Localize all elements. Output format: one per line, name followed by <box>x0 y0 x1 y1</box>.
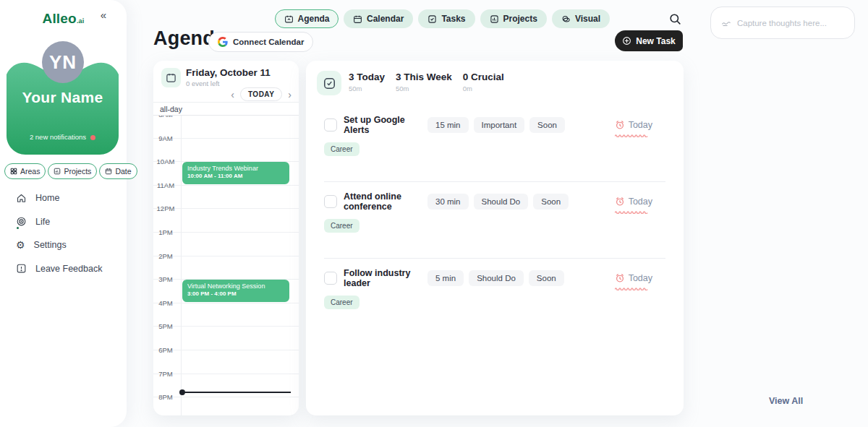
sidebar-item-life-label: Life <box>35 217 50 227</box>
time-label: 1PM <box>153 228 178 236</box>
date-calendar-icon <box>105 168 112 175</box>
scribble-pen-icon <box>721 17 731 29</box>
projects-icon <box>490 14 499 24</box>
sidebar-item-life[interactable]: Life <box>16 210 121 234</box>
stat-week-duration: 50m <box>396 85 452 92</box>
alarm-clock-icon <box>615 197 625 207</box>
task-due[interactable]: Today <box>615 273 652 283</box>
sidebar-item-settings[interactable]: ⚙ Settings <box>16 233 121 257</box>
task-tag[interactable]: Career <box>324 296 359 309</box>
sidebar-nav: Home Life ⚙ Settings Leave Feedback <box>16 186 121 280</box>
search-button[interactable] <box>668 12 682 26</box>
task-checkbox[interactable] <box>324 272 337 285</box>
time-label: 10AM <box>153 158 178 165</box>
time-label: 9AM <box>153 134 178 142</box>
time-label: 11AM <box>153 181 178 189</box>
user-name: Your Name <box>7 89 119 106</box>
current-time-dot <box>179 389 185 395</box>
task-checkbox[interactable] <box>324 118 337 131</box>
tab-visual-label: Visual <box>575 14 600 24</box>
search-icon <box>668 12 682 26</box>
stat-today-label: 3 Today <box>349 72 385 82</box>
task-tag[interactable]: Career <box>324 219 359 233</box>
task-urgency-badge[interactable]: Soon <box>529 270 564 286</box>
task-title[interactable]: Follow industry leader <box>344 268 427 288</box>
task-due[interactable]: Today <box>615 120 652 130</box>
stat-crucial-duration: 0m <box>463 85 504 92</box>
task-priority-badge[interactable]: Important <box>474 117 525 133</box>
tasks-icon <box>427 14 437 24</box>
filter-projects-label: Projects <box>64 167 91 176</box>
task-title[interactable]: Set up Google Alerts <box>344 115 427 135</box>
task-duration-badge[interactable]: 15 min <box>427 117 469 133</box>
connect-calendar-button[interactable]: Connect Calendar <box>208 32 313 52</box>
task-priority-badge[interactable]: Should Do <box>474 194 529 210</box>
stat-crucial-label: 0 Crucial <box>463 72 504 82</box>
life-indicator-dot <box>17 227 19 229</box>
tab-tasks[interactable]: Tasks <box>418 9 475 28</box>
time-label: 2PM <box>153 252 178 260</box>
sidebar-item-home-label: Home <box>35 193 59 203</box>
life-target-icon <box>16 216 27 227</box>
notifications-text: 2 new notifications <box>30 133 86 141</box>
event-time: 10:00 AM - 11:00 AM <box>187 173 284 180</box>
task-checkbox[interactable] <box>324 195 337 208</box>
tab-tasks-label: Tasks <box>441 14 465 24</box>
sidebar-item-home[interactable]: Home <box>16 186 121 210</box>
visual-icon <box>561 14 571 24</box>
time-label: 8PM <box>153 393 178 401</box>
home-icon <box>16 193 27 204</box>
sidebar-item-feedback-label: Leave Feedback <box>35 264 102 274</box>
task-tag[interactable]: Career <box>324 142 359 156</box>
time-label: 4PM <box>153 299 178 307</box>
filter-date-label: Date <box>115 167 131 176</box>
current-time-indicator[interactable] <box>181 392 291 393</box>
tasks-panel: 3 Today 50m 3 This Week 50m 0 Crucial 0m… <box>306 61 684 415</box>
stat-week-label: 3 This Week <box>396 72 452 82</box>
notifications-link[interactable]: 2 new notifications <box>7 133 119 141</box>
stat-this-week: 3 This Week 50m <box>396 72 452 92</box>
task-title[interactable]: Attend online conference <box>344 191 427 212</box>
time-grid[interactable]: 8AM all-day 9AM 10AM 11AM 12PM 1PM 2PM 3… <box>153 61 299 415</box>
calendar-event[interactable]: Virtual Networking Session 3:00 PM - 4:0… <box>182 280 289 302</box>
capture-input-container <box>710 7 855 39</box>
time-label: 6PM <box>153 346 178 354</box>
filter-areas-button[interactable]: Areas <box>4 163 46 179</box>
check-square-icon <box>323 77 336 90</box>
tab-visual[interactable]: Visual <box>552 9 610 28</box>
new-task-button[interactable]: New Task <box>615 30 683 51</box>
filter-projects-button[interactable]: Projects <box>48 163 97 179</box>
task-duration-badge[interactable]: 30 min <box>427 194 469 210</box>
new-task-label: New Task <box>636 36 675 46</box>
calendar-day-panel: Friday, October 11 0 event left ‹ TODAY … <box>153 61 299 415</box>
plus-circle-icon <box>622 36 631 46</box>
stat-today: 3 Today 50m <box>349 72 385 92</box>
tab-calendar[interactable]: Calendar <box>344 9 413 28</box>
due-squiggle-underline <box>615 134 648 137</box>
tab-projects[interactable]: Projects <box>480 9 547 28</box>
task-priority-badge[interactable]: Should Do <box>469 270 524 286</box>
capture-thoughts-input[interactable] <box>737 19 844 27</box>
calendar-event[interactable]: Industry Trends Webinar 10:00 AM - 11:00… <box>182 162 289 184</box>
filter-date-button[interactable]: Date <box>99 163 137 179</box>
stat-crucial: 0 Crucial 0m <box>463 72 504 92</box>
stat-today-duration: 50m <box>349 85 385 92</box>
task-urgency-badge[interactable]: Soon <box>529 117 565 133</box>
view-all-link[interactable]: View All <box>769 396 803 406</box>
due-squiggle-underline <box>615 210 648 214</box>
sidebar-filter-pills: Areas Projects Date <box>4 163 137 179</box>
task-urgency-badge[interactable]: Soon <box>533 194 569 210</box>
projects-chart-icon <box>54 168 61 175</box>
alarm-clock-icon <box>615 273 625 283</box>
sidebar-collapse-icon[interactable]: « <box>101 9 106 21</box>
event-time: 3:00 PM - 4:00 PM <box>187 290 284 298</box>
sidebar: Alleo.ai « Your Name 2 new notifications… <box>0 0 127 427</box>
time-label: 7PM <box>153 370 178 378</box>
avatar[interactable]: YN <box>42 41 84 83</box>
task-duration-badge[interactable]: 5 min <box>427 270 464 286</box>
task-due[interactable]: Today <box>615 197 652 207</box>
tab-agenda[interactable]: Agenda <box>275 9 339 28</box>
sidebar-item-settings-label: Settings <box>34 240 67 250</box>
app-logo: Alleo.ai <box>0 11 127 27</box>
sidebar-item-leave-feedback[interactable]: Leave Feedback <box>16 257 121 281</box>
